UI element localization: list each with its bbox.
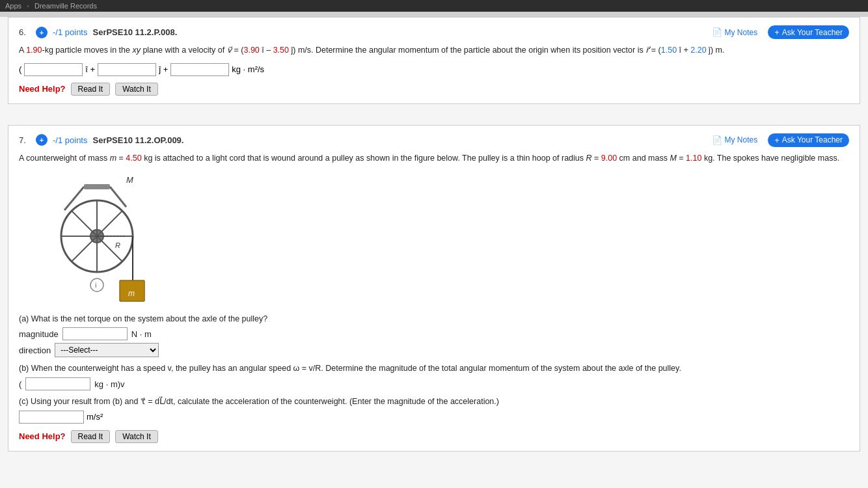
q7-need-help: Need Help?: [19, 431, 66, 441]
q7-read-it-btn[interactable]: Read It: [71, 430, 111, 443]
q7-c-input-row: m/s²: [19, 411, 849, 424]
q6-watch-it-btn[interactable]: Watch It: [115, 83, 158, 96]
q7-R-val: 9.00: [601, 154, 617, 163]
q6-input-k[interactable]: [170, 63, 229, 76]
q6-input-i[interactable]: [24, 63, 83, 76]
q7-sub-b-text: (b) When the counterweight has a speed v…: [19, 362, 849, 375]
q7-magnitude-label: magnitude: [19, 329, 59, 339]
q6-input-j[interactable]: [98, 63, 156, 76]
notes-icon: 📄: [712, 27, 722, 37]
q7-text: A counterweight of mass m = 4.50 kg is a…: [19, 152, 849, 165]
q6-vx: 3.90: [243, 46, 259, 55]
q7-need-help-row: Need Help? Read It Watch It: [19, 430, 849, 443]
q6-notes-label: My Notes: [725, 28, 758, 37]
q6-notes-link[interactable]: 📄 My Notes: [712, 27, 758, 37]
q6-paren-open: (: [19, 64, 21, 74]
q6-actions: 📄 My Notes + Ask Your Teacher: [712, 25, 849, 39]
svg-line-2: [64, 187, 84, 210]
q6-number: 6.: [19, 27, 31, 37]
q7-b-input-row: ( kg · m)v: [19, 377, 849, 390]
q7-id: SerPSE10 11.2.OP.009.: [92, 135, 183, 145]
q6-j-label: ĵ +: [159, 64, 168, 74]
svg-point-15: [90, 278, 103, 291]
q7-actions: 📄 My Notes + Ask Your Teacher: [712, 133, 849, 147]
q6-i-label: î +: [85, 64, 95, 74]
q6-text: A 1.90-kg particle moves in the xy plane…: [19, 44, 849, 57]
q7-left: 7. + -/1 points SerPSE10 11.2.OP.009.: [19, 134, 183, 146]
q6-input-row: ( î + ĵ + kg · m²/s: [19, 63, 849, 76]
q7-notes-icon: 📄: [712, 135, 722, 145]
q7-M-val: 1.10: [686, 154, 701, 163]
q6-need-help: Need Help?: [19, 84, 66, 94]
q7-direction-label: direction: [19, 346, 51, 355]
q7-m-val: 4.50: [126, 154, 141, 163]
svg-rect-1: [84, 184, 110, 189]
q7-sub-a-text: (a) What is the net torque on the system…: [19, 313, 849, 325]
question-7-header: 7. + -/1 points SerPSE10 11.2.OP.009. 📄 …: [19, 133, 849, 147]
question-6-block: 6. + -/1 points SerPSE10 11.2.P.008. 📄 M…: [8, 17, 860, 104]
q7-c-unit: m/s²: [87, 412, 103, 422]
site-label: Dreamville Records: [34, 2, 97, 10]
main-content: 6. + -/1 points SerPSE10 11.2.P.008. 📄 M…: [0, 17, 868, 488]
q6-read-it-btn[interactable]: Read It: [71, 83, 111, 96]
q7-ask-teacher-link[interactable]: + Ask Your Teacher: [768, 133, 849, 147]
q6-need-help-row: Need Help? Read It Watch It: [19, 83, 849, 96]
q7-c-input[interactable]: [19, 411, 84, 424]
svg-text:m: m: [128, 289, 135, 298]
apps-label: Apps: [5, 2, 21, 10]
q6-ry: 2.20: [690, 46, 706, 55]
question-6-header: 6. + -/1 points SerPSE10 11.2.P.008. 📄 M…: [19, 25, 849, 39]
ask-icon: +: [774, 27, 780, 37]
q6-id: SerPSE10 11.2.P.008.: [92, 27, 177, 37]
q6-badge[interactable]: +: [36, 27, 47, 38]
svg-text:R: R: [115, 241, 120, 249]
svg-text:M: M: [126, 175, 133, 185]
q7-notes-link[interactable]: 📄 My Notes: [712, 135, 758, 145]
svg-text:i: i: [95, 281, 96, 289]
q6-unit: kg · m²/s: [232, 64, 264, 74]
q7-sub-c-text: (c) Using your result from (b) and τ⃗ = …: [19, 396, 849, 408]
q7-ask-label: Ask Your Teacher: [782, 135, 843, 144]
q7-a-direction-row: direction ---Select---: [19, 343, 849, 357]
q7-b-input[interactable]: [25, 377, 90, 390]
q6-mass: 1.90: [26, 46, 42, 55]
q7-direction-select[interactable]: ---Select---: [55, 343, 159, 357]
q6-points: -/1 points: [53, 27, 87, 37]
q7-watch-it-btn[interactable]: Watch It: [115, 430, 158, 443]
pulley-diagram: M: [19, 171, 162, 308]
q7-b-unit: kg · m)v: [94, 379, 124, 389]
q7-a-magnitude-row: magnitude N · m: [19, 327, 849, 340]
q7-magnitude-unit: N · m: [131, 329, 152, 339]
q7-magnitude-input[interactable]: [62, 327, 128, 340]
question-7-block: 7. + -/1 points SerPSE10 11.2.OP.009. 📄 …: [8, 125, 860, 452]
q6-left: 6. + -/1 points SerPSE10 11.2.P.008.: [19, 27, 177, 38]
q7-badge[interactable]: +: [36, 134, 47, 146]
q7-points: -/1 points: [53, 135, 87, 145]
q7-number: 7.: [19, 135, 31, 145]
q7-b-open-paren: (: [19, 379, 21, 389]
q6-vy: 3.50: [273, 46, 289, 55]
pulley-svg: M: [19, 171, 162, 308]
q7-ask-icon: +: [774, 135, 780, 145]
bar-separator: •: [27, 2, 29, 10]
q6-ask-teacher-link[interactable]: + Ask Your Teacher: [768, 25, 849, 39]
q6-rx: 1.50: [661, 46, 677, 55]
browser-bar: Apps • Dreamville Records: [0, 0, 868, 12]
q6-ask-label: Ask Your Teacher: [782, 28, 843, 37]
q7-notes-label: My Notes: [725, 135, 758, 144]
